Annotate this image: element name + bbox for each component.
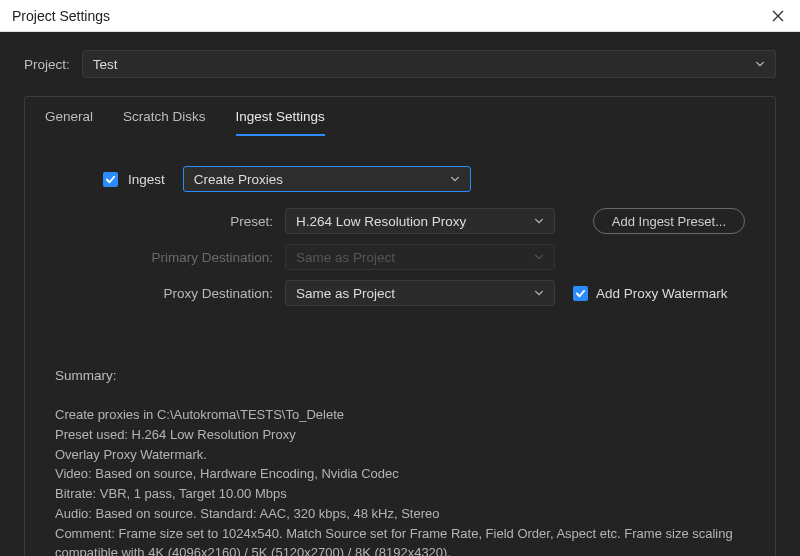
summary-text: Create proxies in C:\Autokroma\TESTS\To_… [55, 405, 745, 556]
chevron-down-icon [534, 216, 544, 226]
check-icon [105, 174, 116, 185]
chevron-down-icon [534, 252, 544, 262]
preset-select[interactable]: H.264 Low Resolution Proxy [285, 208, 555, 234]
ingest-action-select[interactable]: Create Proxies [183, 166, 471, 192]
summary-title: Summary: [55, 368, 745, 383]
tab-scratch-disks[interactable]: Scratch Disks [123, 109, 206, 136]
preset-value: H.264 Low Resolution Proxy [296, 214, 466, 229]
proxy-destination-label: Proxy Destination: [93, 286, 273, 301]
project-select-value: Test [93, 57, 118, 72]
summary-line: Overlay Proxy Watermark. [55, 445, 745, 465]
window-title: Project Settings [12, 8, 110, 24]
tab-ingest-settings[interactable]: Ingest Settings [236, 109, 325, 136]
panel-body: Ingest Create Proxies Preset: H.264 Low … [25, 136, 775, 556]
chevron-down-icon [534, 288, 544, 298]
primary-destination-value: Same as Project [296, 250, 395, 265]
summary-block: Summary: Create proxies in C:\Autokroma\… [55, 368, 745, 556]
chevron-down-icon [755, 59, 765, 69]
settings-panel: General Scratch Disks Ingest Settings In… [24, 96, 776, 556]
ingest-row: Ingest Create Proxies [103, 166, 745, 192]
content-area: Project: Test General Scratch Disks Inge… [0, 32, 800, 556]
proxy-destination-row: Proxy Destination: Same as Project Add P… [93, 280, 745, 306]
watermark-label: Add Proxy Watermark [596, 286, 728, 301]
proxy-destination-value: Same as Project [296, 286, 395, 301]
project-selector-row: Project: Test [24, 50, 776, 78]
titlebar: Project Settings [0, 0, 800, 32]
watermark-wrap: Add Proxy Watermark [573, 286, 736, 301]
primary-destination-row: Primary Destination: Same as Project [93, 244, 745, 270]
ingest-action-value: Create Proxies [194, 172, 283, 187]
project-select[interactable]: Test [82, 50, 776, 78]
tabs: General Scratch Disks Ingest Settings [25, 97, 775, 136]
ingest-checkbox[interactable] [103, 172, 118, 187]
chevron-down-icon [450, 174, 460, 184]
project-label: Project: [24, 57, 70, 72]
add-ingest-preset-label: Add Ingest Preset... [612, 214, 726, 229]
form-grid: Preset: H.264 Low Resolution Proxy Add I… [93, 208, 745, 306]
preset-row: Preset: H.264 Low Resolution Proxy Add I… [93, 208, 745, 234]
primary-destination-select: Same as Project [285, 244, 555, 270]
summary-line: Comment: Frame size set to 1024x540. Mat… [55, 524, 745, 557]
close-icon [772, 10, 784, 22]
summary-line: Create proxies in C:\Autokroma\TESTS\To_… [55, 405, 745, 425]
summary-line: Preset used: H.264 Low Resolution Proxy [55, 425, 745, 445]
tab-general[interactable]: General [45, 109, 93, 136]
check-icon [575, 288, 586, 299]
summary-line: Video: Based on source, Hardware Encodin… [55, 464, 745, 484]
primary-destination-label: Primary Destination: [93, 250, 273, 265]
summary-line: Audio: Based on source. Standard: AAC, 3… [55, 504, 745, 524]
add-ingest-preset-button[interactable]: Add Ingest Preset... [593, 208, 745, 234]
ingest-label: Ingest [128, 172, 165, 187]
proxy-destination-select[interactable]: Same as Project [285, 280, 555, 306]
close-button[interactable] [768, 6, 788, 26]
watermark-checkbox[interactable] [573, 286, 588, 301]
preset-label: Preset: [93, 214, 273, 229]
summary-line: Bitrate: VBR, 1 pass, Target 10.00 Mbps [55, 484, 745, 504]
